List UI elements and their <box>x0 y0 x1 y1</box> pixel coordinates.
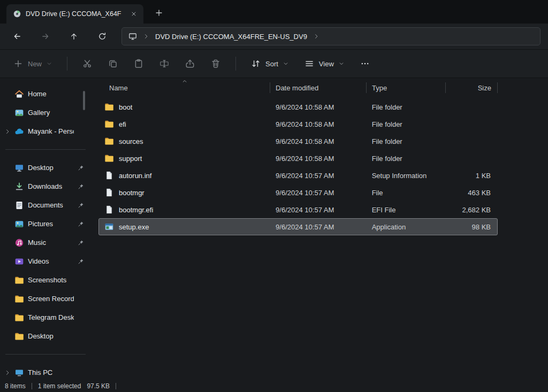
column-header-type[interactable]: Type <box>367 78 446 97</box>
pictures-icon <box>14 219 24 229</box>
sidebar-item-music[interactable]: Music <box>0 233 91 252</box>
delete-button[interactable] <box>205 54 226 73</box>
sidebar-item-telegram-deskto[interactable]: Telegram Deskto <box>0 308 91 327</box>
file-row-efi[interactable]: efi 9/6/2024 10:58 AM File folder <box>98 116 498 133</box>
sidebar-divider <box>5 149 86 150</box>
file-row-support[interactable]: support 9/6/2024 10:58 AM File folder <box>98 150 498 167</box>
status-separator <box>116 383 116 389</box>
sidebar-divider <box>5 354 86 355</box>
rename-button[interactable] <box>154 54 175 73</box>
music-icon <box>14 238 24 248</box>
file-date-modified: 9/6/2024 10:58 AM <box>270 155 367 163</box>
view-button[interactable]: View <box>299 54 350 73</box>
cut-icon <box>82 59 92 68</box>
copy-button[interactable] <box>102 54 124 73</box>
cut-button[interactable] <box>77 54 98 73</box>
file-date-modified: 9/6/2024 10:58 AM <box>270 103 367 111</box>
new-button-label: New <box>28 60 42 68</box>
pin-icon <box>78 221 84 227</box>
sidebar-item-screen-recordin[interactable]: Screen Recordin <box>0 289 91 308</box>
chevron-right-icon[interactable] <box>143 33 149 40</box>
sort-icon <box>251 59 261 68</box>
folder-icon <box>14 294 24 304</box>
navigation-bar: DVD Drive (E:) CCCOMA_X64FRE_EN-US_DV9 <box>0 24 548 49</box>
chevron-right-icon <box>4 370 11 376</box>
arrow-right-icon <box>41 32 50 41</box>
folder-icon <box>14 275 24 285</box>
sidebar-item-home[interactable]: Home <box>0 84 91 103</box>
sidebar-item-desktop[interactable]: Desktop <box>0 327 91 345</box>
file-list-pane: NameDate modifiedTypeSize boot 9/6/2024 … <box>91 78 548 380</box>
close-icon <box>131 11 137 17</box>
file-row-setup-exe[interactable]: setup.exe 9/6/2024 10:57 AM Application … <box>98 218 498 235</box>
file-row-autorun-inf[interactable]: autorun.inf 9/6/2024 10:57 AM Setup Info… <box>98 167 498 184</box>
items-count: 8 items <box>5 382 26 390</box>
status-separator <box>32 383 32 389</box>
sidebar-item-screenshots[interactable]: Screenshots <box>0 271 91 289</box>
file-name: bootmgr <box>119 189 144 197</box>
file-name: autorun.inf <box>119 172 151 180</box>
file-row-sources[interactable]: sources 9/6/2024 10:58 AM File folder <box>98 133 498 150</box>
file-icon <box>104 171 114 180</box>
file-type: File folder <box>367 155 446 163</box>
monitor-icon <box>128 32 137 41</box>
file-date-modified: 9/6/2024 10:57 AM <box>270 189 367 197</box>
sidebar-item-pictures[interactable]: Pictures <box>0 214 91 233</box>
sort-ascending-icon <box>182 79 187 84</box>
new-tab-button[interactable] <box>151 5 167 21</box>
column-header-size[interactable]: Size <box>446 78 498 97</box>
paste-icon <box>134 59 143 68</box>
setup-app-icon <box>104 222 114 232</box>
delete-icon <box>211 59 220 68</box>
file-name: efi <box>119 120 126 128</box>
share-button[interactable] <box>179 54 201 73</box>
rename-icon <box>159 59 169 68</box>
share-icon <box>185 59 195 68</box>
file-type: Setup Information <box>367 172 446 180</box>
file-type: EFI File <box>367 206 446 214</box>
file-type: File folder <box>367 137 446 145</box>
new-button[interactable]: New <box>7 54 58 73</box>
address-bar[interactable]: DVD Drive (E:) CCCOMA_X64FRE_EN-US_DV9 <box>121 27 541 45</box>
file-row-bootmgr-efi[interactable]: bootmgr.efi 9/6/2024 10:57 AM EFI File 2… <box>98 201 498 218</box>
file-name: boot <box>119 103 132 111</box>
folder-icon <box>14 313 24 322</box>
pin-icon <box>78 165 84 171</box>
tab-title: DVD Drive (E:) CCCOMA_X64F <box>26 10 123 18</box>
sidebar-item-desktop[interactable]: Desktop <box>0 158 91 177</box>
toolbar-separator <box>67 57 67 71</box>
file-icon <box>104 205 114 214</box>
view-button-label: View <box>319 60 334 68</box>
sidebar-item-gallery[interactable]: Gallery <box>0 103 91 122</box>
forward-button[interactable] <box>36 27 55 45</box>
nav-buttons <box>7 27 112 45</box>
file-row-boot[interactable]: boot 9/6/2024 10:58 AM File folder <box>98 98 498 116</box>
tab-close-button[interactable] <box>127 7 140 20</box>
file-date-modified: 9/6/2024 10:58 AM <box>270 120 367 128</box>
column-header-name[interactable]: Name <box>98 78 270 97</box>
more-button[interactable] <box>354 54 376 73</box>
sidebar-item-videos[interactable]: Videos <box>0 252 91 271</box>
sidebar-item-mayank-person[interactable]: Mayank - Person <box>0 122 91 141</box>
sort-button[interactable]: Sort <box>245 54 294 73</box>
sidebar-item-this-pc[interactable]: This PC <box>0 363 91 380</box>
paste-button[interactable] <box>128 54 149 73</box>
address-path[interactable]: DVD Drive (E:) CCCOMA_X64FRE_EN-US_DV9 <box>155 33 307 41</box>
sidebar-scrollbar[interactable] <box>83 91 85 110</box>
toolbar-separator <box>235 57 236 71</box>
refresh-button[interactable] <box>93 27 112 45</box>
sidebar-item-downloads[interactable]: Downloads <box>0 177 91 196</box>
copy-icon <box>108 59 118 68</box>
file-name: sources <box>119 137 143 145</box>
explorer-tab[interactable]: DVD Drive (E:) CCCOMA_X64F <box>6 4 143 24</box>
up-button[interactable] <box>64 27 83 45</box>
documents-icon <box>14 201 24 210</box>
file-row-bootmgr[interactable]: bootmgr 9/6/2024 10:57 AM File 463 KB <box>98 184 498 201</box>
file-type: Application <box>367 223 446 231</box>
back-button[interactable] <box>7 27 27 45</box>
sidebar-item-documents[interactable]: Documents <box>0 196 91 214</box>
chevron-right-icon[interactable] <box>313 33 319 40</box>
plus-icon <box>155 9 163 17</box>
column-header-date-modified[interactable]: Date modified <box>270 78 367 97</box>
file-date-modified: 9/6/2024 10:57 AM <box>270 206 367 214</box>
